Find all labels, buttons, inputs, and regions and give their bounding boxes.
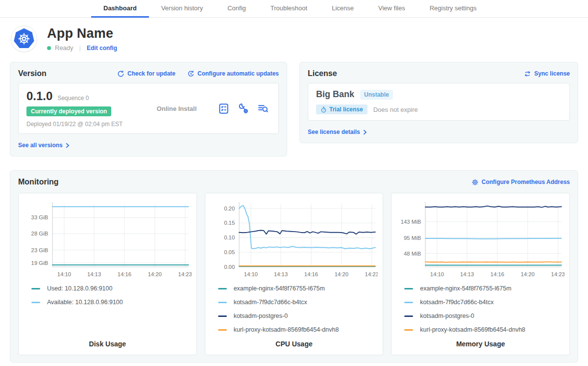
tab-troubleshoot[interactable]: Troubleshoot <box>258 0 319 18</box>
legend-item: Available: 10.128.0.96:9100 <box>31 299 192 306</box>
svg-text:14:23: 14:23 <box>551 271 564 277</box>
svg-text:0.20: 0.20 <box>224 206 235 211</box>
legend-color-dash <box>404 315 413 317</box>
legend-label: example-nginx-54f8f76755-l675m <box>234 285 325 292</box>
svg-text:14:16: 14:16 <box>490 271 504 277</box>
chart-title: Memory Usage <box>396 333 564 348</box>
tab-registry-settings[interactable]: Registry settings <box>417 0 489 18</box>
legend-color-dash <box>404 329 413 331</box>
chevron-right-icon <box>66 143 70 148</box>
tab-view-files[interactable]: View files <box>366 0 417 18</box>
svg-text:14:16: 14:16 <box>118 271 131 277</box>
trial-license-badge: Trial license <box>316 105 368 114</box>
legend-item: kotsadm-postgres-0 <box>404 313 564 319</box>
legend-item: kotsadm-7f9dc7d66c-b4tcx <box>404 299 564 306</box>
legend-color-dash <box>218 288 227 289</box>
kubernetes-icon <box>13 27 35 50</box>
svg-text:14:20: 14:20 <box>521 271 535 277</box>
svg-text:0.00: 0.00 <box>224 264 235 270</box>
sync-license-link[interactable]: Sync license <box>524 70 570 78</box>
page-title: App Name <box>47 26 117 41</box>
legend-color-dash <box>404 302 413 303</box>
cpu-usage-legend: example-nginx-54f8f76755-l675m kotsadm-7… <box>218 285 378 333</box>
currently-deployed-badge: Currently deployed version <box>26 106 111 116</box>
configure-prometheus-link[interactable]: Configure Prometheus Address <box>471 179 570 186</box>
chart-title: Disk Usage <box>24 333 192 348</box>
cpu-usage-chart: 0.200.150.100.050.0014:1014:1314:1614:20… <box>210 199 378 279</box>
chart-title: CPU Usage <box>210 333 378 348</box>
gear-icon <box>471 179 479 186</box>
stopwatch-icon <box>320 106 327 113</box>
see-all-versions-link[interactable]: See all versions <box>18 142 70 149</box>
dashboard-cards: Version Check for update <box>0 62 588 157</box>
svg-text:14:20: 14:20 <box>148 271 162 277</box>
svg-text:14:10: 14:10 <box>57 271 71 277</box>
svg-text:95 MiB: 95 MiB <box>404 235 421 241</box>
tab-license[interactable]: License <box>319 0 366 18</box>
install-type-label: Online Install <box>157 105 197 112</box>
svg-text:143 MiB: 143 MiB <box>401 219 421 225</box>
divider: | <box>77 44 83 52</box>
legend-label: kotsadm-7f9dc7d66c-b4tcx <box>234 299 307 306</box>
current-version-row: 0.1.0 Sequence 0 Currently deployed vers… <box>18 83 279 134</box>
license-name: Big Bank <box>316 89 354 100</box>
cpu-usage-chart-card: 0.200.150.100.050.0014:1014:1314:1614:20… <box>205 193 384 355</box>
deployed-timestamp: Deployed 01/19/22 @ 02:04 pm EST <box>26 121 139 128</box>
expiration-text: Does not expire <box>373 106 418 113</box>
disk-usage-legend: Used: 10.128.0.96:9100 Available: 10.128… <box>31 285 192 306</box>
top-navigation: Dashboard Version history Config Trouble… <box>0 0 588 18</box>
tab-dashboard[interactable]: Dashboard <box>91 0 149 18</box>
legend-color-dash <box>218 302 227 303</box>
svg-text:14:23: 14:23 <box>178 271 192 277</box>
svg-text:23 GiB: 23 GiB <box>31 247 49 253</box>
svg-text:14:10: 14:10 <box>430 271 444 277</box>
status-badge: Ready <box>55 44 74 52</box>
version-card: Version Check for update <box>10 62 287 157</box>
version-sequence: Sequence 0 <box>57 95 89 102</box>
tab-config[interactable]: Config <box>215 0 258 18</box>
monitoring-section: Monitoring Configure Prometheus Address <box>10 170 578 363</box>
refresh-icon <box>117 70 124 78</box>
legend-item: kotsadm-7f9dc7d66c-b4tcx <box>218 299 378 306</box>
see-license-details-link[interactable]: See license details <box>308 129 367 135</box>
svg-text:0.15: 0.15 <box>224 220 235 226</box>
legend-label: kurl-proxy-kotsadm-8569fb6454-dnvh8 <box>234 326 339 333</box>
preflight-checklist-icon[interactable] <box>218 103 229 114</box>
svg-text:0.05: 0.05 <box>224 249 235 255</box>
svg-text:0.10: 0.10 <box>224 235 235 240</box>
disk-usage-chart-card: 33 GiB28 GiB23 GiB19 GiB14:1014:1314:161… <box>18 193 197 355</box>
legend-label: kurl-proxy-kotsadm-8569fb6454-dnvh8 <box>420 326 525 333</box>
svg-text:14:23: 14:23 <box>365 271 378 277</box>
legend-label: Used: 10.128.0.96:9100 <box>47 285 112 292</box>
configure-automatic-updates-link[interactable]: Configure automatic updates <box>187 70 279 78</box>
legend-color-dash <box>31 288 40 289</box>
chevron-right-icon <box>363 130 367 135</box>
config-tools-icon[interactable] <box>238 103 249 114</box>
check-for-update-link[interactable]: Check for update <box>117 70 175 78</box>
license-card: License Sync license Big Bank Unstable <box>299 62 578 143</box>
app-header: App Name Ready | Edit config <box>0 18 588 55</box>
legend-label: kotsadm-7f9dc7d66c-b4tcx <box>420 299 493 306</box>
memory-usage-legend: example-nginx-54f8f76755-l675m kotsadm-7… <box>404 285 564 333</box>
edit-config-link[interactable]: Edit config <box>87 45 117 52</box>
license-details-row: Big Bank Unstable Trial license Do <box>308 83 570 121</box>
legend-color-dash <box>404 288 413 289</box>
license-card-title: License <box>308 69 337 78</box>
svg-text:19 GiB: 19 GiB <box>31 260 49 266</box>
svg-text:14:16: 14:16 <box>304 271 318 277</box>
svg-text:14:10: 14:10 <box>244 271 258 277</box>
svg-text:48 MiB: 48 MiB <box>404 251 421 257</box>
tab-version-history[interactable]: Version history <box>149 0 215 18</box>
legend-item: example-nginx-54f8f76755-l675m <box>218 285 378 292</box>
status-dot <box>47 46 51 50</box>
version-card-title: Version <box>18 69 47 78</box>
svg-text:14:13: 14:13 <box>87 271 101 277</box>
legend-label: Available: 10.128.0.96:9100 <box>47 299 123 306</box>
deploy-logs-search-icon[interactable] <box>257 103 269 114</box>
legend-label: kotsadm-postgres-0 <box>234 313 288 319</box>
legend-label: kotsadm-postgres-0 <box>420 313 474 319</box>
channel-badge: Unstable <box>360 90 393 100</box>
svg-text:33 GiB: 33 GiB <box>31 214 49 220</box>
svg-text:14:13: 14:13 <box>274 271 288 277</box>
legend-color-dash <box>218 329 227 331</box>
